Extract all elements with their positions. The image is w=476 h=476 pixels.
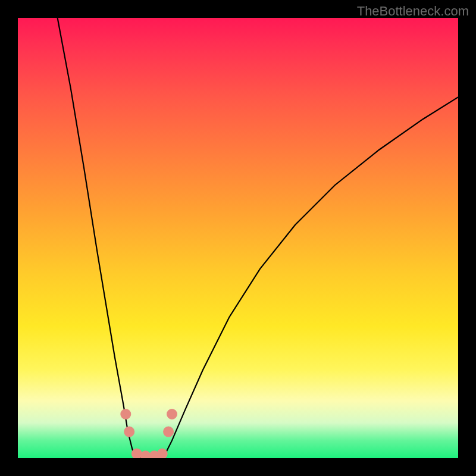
curve-marker (167, 409, 177, 419)
curve-marker (163, 427, 174, 437)
watermark-text: TheBottleneck.com (357, 4, 469, 19)
curve-path (58, 18, 458, 458)
curve-marker (120, 409, 131, 419)
plot-area (18, 18, 458, 458)
curve-marker (157, 449, 168, 458)
curve-marker (124, 427, 134, 437)
bottleneck-curve (18, 18, 458, 458)
chart-frame: TheBottleneck.com (0, 0, 476, 476)
